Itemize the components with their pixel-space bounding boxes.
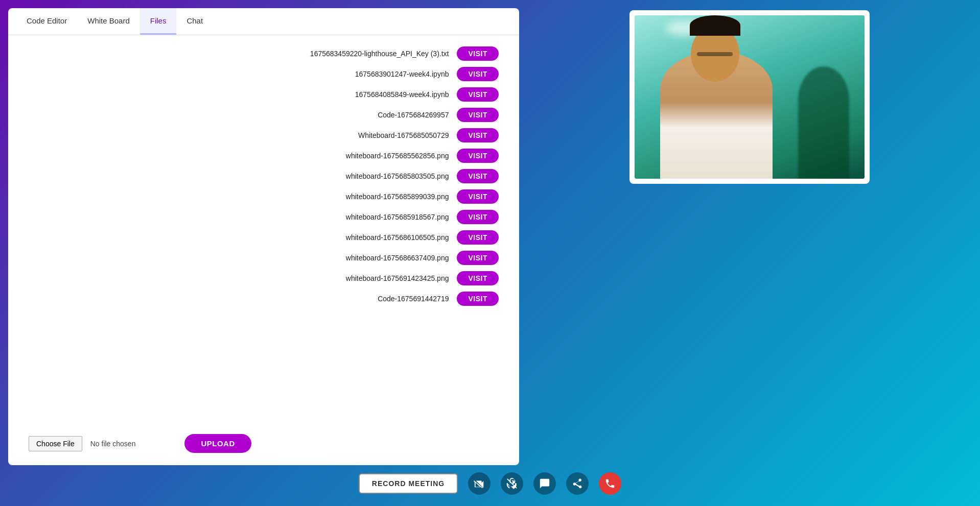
file-row: whiteboard-1675691423425.pngVISIT	[29, 268, 499, 288]
mic-off-button[interactable]	[501, 472, 523, 495]
left-panel: Code Editor White Board Files Chat 16756…	[8, 8, 519, 465]
visit-button[interactable]: VISIT	[457, 251, 499, 265]
tab-code-editor[interactable]: Code Editor	[16, 8, 77, 35]
file-row: Whiteboard-1675685050729VISIT	[29, 125, 499, 146]
tab-white-board[interactable]: White Board	[77, 8, 140, 35]
file-name: 1675683901247-week4.ipynb	[355, 70, 449, 78]
file-row: Code-1675684269957VISIT	[29, 105, 499, 125]
file-row: 1675683459220-lighthouse_API_Key (3).txt…	[29, 43, 499, 64]
file-name: whiteboard-1675685803505.png	[346, 172, 449, 180]
share-button[interactable]	[566, 472, 589, 495]
choose-file-button[interactable]: Choose File	[29, 436, 82, 451]
right-panel	[527, 8, 972, 465]
upload-area: Choose File No file chosen UPLOAD	[8, 426, 519, 465]
file-name: Code-1675684269957	[378, 111, 449, 119]
file-name: whiteboard-1675686106505.png	[346, 233, 449, 242]
visit-button[interactable]: VISIT	[457, 67, 499, 81]
visit-button[interactable]: VISIT	[457, 189, 499, 204]
upload-button[interactable]: UPLOAD	[184, 434, 251, 453]
file-name: Code-1675691442719	[378, 295, 449, 303]
tab-files[interactable]: Files	[140, 8, 177, 35]
visit-button[interactable]: VISIT	[457, 87, 499, 102]
file-name: Whiteboard-1675685050729	[358, 131, 449, 139]
visit-button[interactable]: VISIT	[457, 292, 499, 306]
visit-button[interactable]: VISIT	[457, 46, 499, 61]
file-row: 1675684085849-week4.ipynbVISIT	[29, 84, 499, 105]
file-name: 1675683459220-lighthouse_API_Key (3).txt	[310, 50, 449, 58]
file-row: whiteboard-1675686637409.pngVISIT	[29, 248, 499, 268]
video-feed	[635, 15, 865, 179]
file-name: whiteboard-1675686637409.png	[346, 254, 449, 262]
chat-button[interactable]	[533, 472, 556, 495]
visit-button[interactable]: VISIT	[457, 108, 499, 122]
file-name: 1675684085849-week4.ipynb	[355, 90, 449, 99]
file-name: whiteboard-1675685918567.png	[346, 213, 449, 221]
main-area: Code Editor White Board Files Chat 16756…	[0, 0, 980, 465]
file-row: whiteboard-1675685803505.pngVISIT	[29, 166, 499, 186]
end-call-button[interactable]	[599, 472, 621, 495]
file-row: whiteboard-1675685918567.pngVISIT	[29, 207, 499, 227]
file-row: whiteboard-1675686106505.pngVISIT	[29, 227, 499, 248]
file-row: 1675683901247-week4.ipynbVISIT	[29, 64, 499, 84]
visit-button[interactable]: VISIT	[457, 230, 499, 245]
file-row: whiteboard-1675685899039.pngVISIT	[29, 186, 499, 207]
tab-chat[interactable]: Chat	[176, 8, 213, 35]
record-meeting-button[interactable]: RECORD MEETING	[359, 473, 458, 494]
camera-off-button[interactable]	[468, 472, 491, 495]
bottom-bar: RECORD MEETING	[0, 465, 980, 506]
visit-button[interactable]: VISIT	[457, 210, 499, 224]
file-name: whiteboard-1675691423425.png	[346, 274, 449, 282]
visit-button[interactable]: VISIT	[457, 169, 499, 183]
visit-button[interactable]: VISIT	[457, 128, 499, 142]
file-name: whiteboard-1675685562856.png	[346, 152, 449, 160]
file-name: whiteboard-1675685899039.png	[346, 192, 449, 201]
video-container	[629, 10, 870, 184]
file-row: Code-1675691442719VISIT	[29, 288, 499, 309]
no-file-label: No file chosen	[90, 440, 136, 448]
file-row: whiteboard-1675685562856.pngVISIT	[29, 146, 499, 166]
visit-button[interactable]: VISIT	[457, 271, 499, 285]
visit-button[interactable]: VISIT	[457, 149, 499, 163]
file-list: 1675683459220-lighthouse_API_Key (3).txt…	[8, 35, 519, 426]
tab-bar: Code Editor White Board Files Chat	[8, 8, 519, 35]
